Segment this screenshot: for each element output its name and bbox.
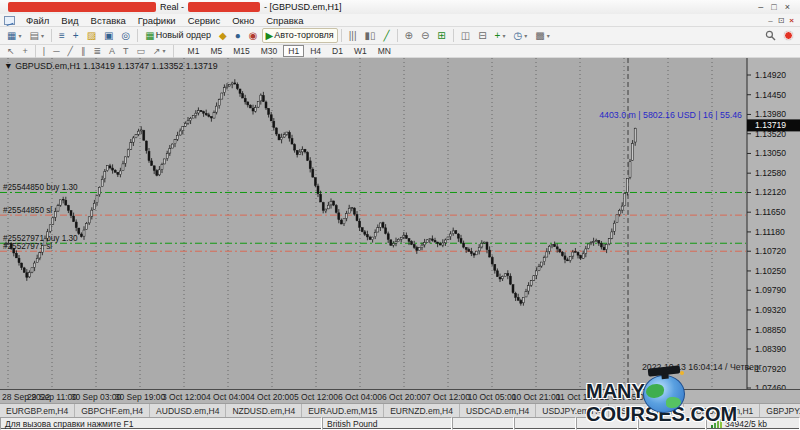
svg-text:1.09790: 1.09790: [755, 285, 786, 295]
minimize-button[interactable]: –: [758, 2, 763, 12]
chart-tab-eurgbp[interactable]: EURGBP.em,H4: [0, 404, 75, 417]
search-button[interactable]: [761, 28, 780, 43]
timeframe-d1[interactable]: D1: [327, 45, 348, 57]
candlesticks-icon: ▮▯: [365, 31, 376, 41]
data-window-button[interactable]: +: [69, 28, 83, 43]
svg-text:1.10720: 1.10720: [755, 246, 786, 256]
navigator-icon: ▨: [87, 31, 96, 41]
trendline-button[interactable]: ╱: [64, 45, 77, 57]
arrange-horizontal-icon: ◫: [461, 31, 470, 41]
svg-text:1.09320: 1.09320: [755, 305, 786, 315]
indicators-button[interactable]: +▾: [491, 28, 510, 43]
menu-item-6[interactable]: Окно: [226, 15, 260, 26]
notification-badge-icon[interactable]: [784, 31, 793, 40]
periods-button[interactable]: ◷▾: [509, 28, 531, 43]
arrows-button[interactable]: ↗▾: [149, 45, 170, 57]
timeframe-m1[interactable]: M1: [183, 45, 205, 57]
channel-button[interactable]: ∥: [77, 45, 90, 57]
child-restore-button[interactable]: ⊡: [778, 16, 785, 25]
title-bar: Real - - [GBPUSD.em,H1] – □ ×: [0, 0, 800, 14]
navigator-button[interactable]: ▨: [83, 28, 100, 43]
chart-tab-eurnzd[interactable]: EURNZD.em,H4: [384, 404, 460, 417]
price-chart[interactable]: #25544850 buy 1.30#25544850 sl#25527971 …: [0, 58, 800, 389]
arrange-vertical-button[interactable]: ⊟: [474, 28, 490, 43]
toolbar-separator: [341, 29, 342, 42]
community-button[interactable]: ●: [231, 28, 245, 43]
new-order-button[interactable]: ▦Новый ордер: [141, 28, 215, 43]
templates-button[interactable]: ▩▾: [531, 28, 553, 43]
chevron-down-icon: ▾: [502, 33, 505, 39]
market-watch-icon: ≡: [59, 31, 65, 41]
chevron-down-icon: ▾: [163, 48, 166, 54]
horizontal-line-button[interactable]: ─: [49, 45, 63, 57]
tile-windows-button[interactable]: ⊞: [433, 28, 449, 43]
child-minimize-button[interactable]: –: [768, 16, 772, 25]
status-help-text: Для вызова справки нажмите F1: [0, 417, 322, 430]
metaeditor-button[interactable]: ◆: [215, 28, 231, 43]
menu-item-5[interactable]: Сервис: [182, 15, 227, 26]
timeframe-h1[interactable]: H1: [283, 45, 304, 57]
timeframe-mn[interactable]: MN: [373, 45, 396, 57]
terminal-button[interactable]: ▣: [100, 28, 117, 43]
time-label: 29 Sep 11:00: [27, 392, 77, 402]
strategy-tester-button[interactable]: ◎: [118, 28, 135, 43]
timeframe-h4[interactable]: H4: [305, 45, 326, 57]
timeframe-m15[interactable]: M15: [228, 45, 255, 57]
channel-icon: ∥: [81, 47, 86, 56]
periods-icon: ◷: [513, 31, 522, 41]
text-button[interactable]: A: [105, 45, 119, 57]
chart-tab-usdcad[interactable]: USDCAD.em,H4: [460, 404, 536, 417]
crosshair-button[interactable]: +: [19, 45, 32, 57]
profiles-button[interactable]: ▤▾: [25, 28, 47, 43]
timeframe-m5[interactable]: M5: [205, 45, 227, 57]
market-button[interactable]: ◉: [245, 28, 262, 43]
autotrade-button[interactable]: ▶Авто-торговля: [262, 28, 338, 43]
chart-area[interactable]: #25544850 buy 1.30#25544850 sl#25527971 …: [0, 58, 800, 389]
arrange-horizontal-button[interactable]: ◫: [457, 28, 474, 43]
autotrade-button-label: Авто-торговля: [274, 31, 333, 40]
chart-tab-gbpchf[interactable]: GBPCHF.em,H4: [75, 404, 150, 417]
time-label: 3 Oct 12:00: [162, 392, 206, 402]
chart-tab-nzdusd[interactable]: NZDUSD.em,H4: [226, 404, 302, 417]
title-text-prefix: Real -: [160, 2, 184, 12]
zoom-out-button[interactable]: ⊖: [417, 28, 433, 43]
market-watch-button[interactable]: ≡: [55, 28, 69, 43]
chart-tab-euraud[interactable]: EURAUD.em,M15: [302, 404, 384, 417]
cursor-button[interactable]: ↖: [3, 45, 19, 57]
chart-tab-audusd[interactable]: AUDUSD.em,H4: [150, 404, 226, 417]
close-button[interactable]: ×: [785, 2, 790, 12]
menu-bar: ФайлВидВставкаГрафикиСервисОкноСправка –…: [0, 14, 800, 27]
svg-text:1.13980: 1.13980: [755, 109, 786, 119]
toolbar-separator: [51, 29, 52, 42]
timeframe-m30[interactable]: M30: [256, 45, 283, 57]
menu-item-1[interactable]: Файл: [20, 15, 55, 26]
toolbar-separator: [173, 45, 174, 58]
maximize-button[interactable]: □: [771, 2, 776, 12]
candlesticks-button[interactable]: ▮▯: [361, 28, 380, 43]
templates-icon: ▩: [535, 31, 544, 41]
trade-info-label: 4403.0 m | 5802.16 USD | 16 | 55.46: [599, 110, 742, 120]
menu-item-4[interactable]: Графики: [132, 15, 182, 26]
label-icon: T: [123, 47, 129, 56]
svg-text:1.08390: 1.08390: [755, 344, 786, 354]
new-chart-button[interactable]: ▦▾: [3, 28, 25, 43]
menu-item-7[interactable]: Справка: [260, 15, 309, 26]
label-button[interactable]: T: [119, 45, 133, 57]
timeframe-bar: M1M5M15M30H1H4D1W1MN: [183, 45, 396, 57]
metaeditor-icon: ◆: [219, 31, 227, 41]
chevron-down-icon: ▾: [41, 33, 44, 39]
vertical-line-button[interactable]: |: [39, 45, 49, 57]
strategy-tester-icon: ◎: [122, 31, 131, 41]
shapes-button[interactable]: ▭: [133, 45, 150, 57]
child-close-button[interactable]: ×: [789, 16, 794, 25]
time-label: 5 Oct 12:00: [294, 392, 338, 402]
redacted-broker-box: [188, 2, 260, 12]
zoom-in-button[interactable]: ⊕: [401, 28, 417, 43]
current-price-label: 1.13719: [755, 120, 786, 130]
timeframe-w1[interactable]: W1: [349, 45, 372, 57]
fibonacci-button[interactable]: ≣: [89, 45, 105, 57]
menu-item-3[interactable]: Вставка: [85, 15, 132, 26]
bars-chart-button[interactable]: |||: [345, 28, 361, 43]
line-chart-button[interactable]: ╱: [380, 28, 394, 43]
menu-item-2[interactable]: Вид: [55, 15, 84, 26]
